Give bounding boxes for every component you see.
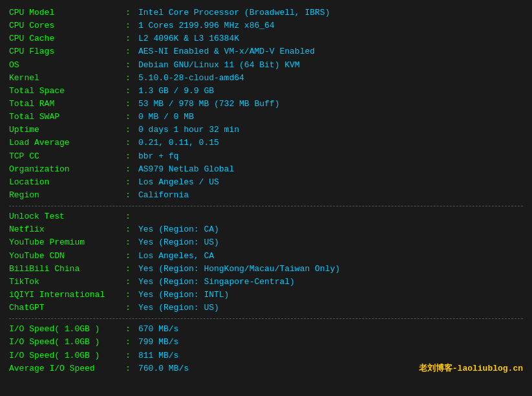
youtube-premium-row: YouTube Premium : Yes (Region: US) xyxy=(9,236,523,249)
total-swap-value: 0 MB / 0 MB xyxy=(138,111,194,124)
kernel-colon: : xyxy=(125,72,138,85)
netflix-colon: : xyxy=(125,223,138,236)
tcp-cc-label: TCP CC xyxy=(9,150,125,163)
load-average-row: Load Average : 0.21, 0.11, 0.15 xyxy=(9,137,523,149)
total-ram-label: Total RAM xyxy=(9,98,125,111)
terminal-output: CPU Model : Intel Core Processor (Broadw… xyxy=(9,6,523,375)
tcp-cc-value: bbr + fq xyxy=(138,150,178,163)
unlock-test-colon: : xyxy=(125,210,138,223)
iqiyi-row: iQIYI International : Yes (Region: INTL) xyxy=(9,289,523,302)
cpu-flags-colon: : xyxy=(125,45,138,58)
load-average-value: 0.21, 0.11, 0.15 xyxy=(138,137,219,149)
cpu-cache-label: CPU Cache xyxy=(9,32,125,45)
youtube-premium-colon: : xyxy=(125,236,138,249)
bilibili-value: Yes (Region: HongKong/Macau/Taiwan Only) xyxy=(138,263,340,276)
io-speed-3-row: I/O Speed( 1.0GB ) : 811 MB/s xyxy=(9,349,523,362)
uptime-colon: : xyxy=(125,124,138,137)
cpu-model-label: CPU Model xyxy=(9,6,125,19)
os-value: Debian GNU/Linux 11 (64 Bit) KVM xyxy=(138,59,300,72)
total-ram-row: Total RAM : 53 MB / 978 MB (732 MB Buff) xyxy=(9,98,523,111)
cpu-flags-row: CPU Flags : AES-NI Enabled & VM-x/AMD-V … xyxy=(9,45,523,58)
cpu-model-colon: : xyxy=(125,6,138,19)
cpu-model-value: Intel Core Processor (Broadwell, IBRS) xyxy=(138,6,330,19)
avg-io-speed-value: 760.0 MB/s xyxy=(138,362,189,375)
avg-io-speed-colon: : xyxy=(125,362,138,375)
organization-value: AS979 NetLab Global xyxy=(138,163,234,176)
region-row: Region : California xyxy=(9,189,523,202)
unlock-test-label: Unlock Test xyxy=(9,210,125,223)
cpu-cache-value: L2 4096K & L3 16384K xyxy=(138,32,239,45)
tiktok-label: TikTok xyxy=(9,276,125,289)
kernel-row: Kernel : 5.10.0-28-cloud-amd64 xyxy=(9,72,523,85)
uptime-label: Uptime xyxy=(9,124,125,137)
cpu-cores-label: CPU Cores xyxy=(9,19,125,32)
netflix-label: Netflix xyxy=(9,223,125,236)
total-ram-value: 53 MB / 978 MB (732 MB Buff) xyxy=(138,98,279,111)
chatgpt-label: ChatGPT xyxy=(9,302,125,314)
os-row: OS : Debian GNU/Linux 11 (64 Bit) KVM xyxy=(9,59,523,72)
cpu-cores-row: CPU Cores : 1 Cores 2199.996 MHz x86_64 xyxy=(9,19,523,32)
cpu-cores-value: 1 Cores 2199.996 MHz x86_64 xyxy=(138,19,275,32)
region-label: Region xyxy=(9,189,125,202)
bilibili-label: BiliBili China xyxy=(9,263,125,276)
kernel-label: Kernel xyxy=(9,72,125,85)
avg-io-speed-label: Average I/O Speed xyxy=(9,362,125,375)
chatgpt-row: ChatGPT : Yes (Region: US) xyxy=(9,302,523,314)
io-speed-2-colon: : xyxy=(125,336,138,349)
chatgpt-colon: : xyxy=(125,302,138,314)
os-label: OS xyxy=(9,59,125,72)
total-swap-label: Total SWAP xyxy=(9,111,125,124)
bilibili-colon: : xyxy=(125,263,138,276)
total-swap-colon: : xyxy=(125,111,138,124)
total-space-label: Total Space xyxy=(9,85,125,98)
iqiyi-label: iQIYI International xyxy=(9,289,125,302)
io-speed-2-label: I/O Speed( 1.0GB ) xyxy=(9,336,125,349)
location-colon: : xyxy=(125,176,138,189)
cpu-cache-row: CPU Cache : L2 4096K & L3 16384K xyxy=(9,32,523,45)
chatgpt-value: Yes (Region: US) xyxy=(138,302,219,314)
youtube-cdn-label: YouTube CDN xyxy=(9,250,125,263)
location-label: Location xyxy=(9,176,125,189)
youtube-cdn-value: Los Angeles, CA xyxy=(138,250,214,263)
os-colon: : xyxy=(125,59,138,72)
uptime-row: Uptime : 0 days 1 hour 32 min xyxy=(9,124,523,137)
io-speed-1-row: I/O Speed( 1.0GB ) : 670 MB/s xyxy=(9,323,523,336)
tiktok-value: Yes (Region: Singapore-Central) xyxy=(138,276,295,289)
tiktok-row: TikTok : Yes (Region: Singapore-Central) xyxy=(9,276,523,289)
avg-io-speed-row: Average I/O Speed : 760.0 MB/s 老刘博客-laol… xyxy=(9,362,523,375)
youtube-cdn-colon: : xyxy=(125,250,138,263)
io-speed-1-colon: : xyxy=(125,323,138,336)
io-speed-3-value: 811 MB/s xyxy=(138,349,178,362)
unlock-header-row: Unlock Test : xyxy=(9,210,523,223)
total-space-value: 1.3 GB / 9.9 GB xyxy=(138,85,214,98)
total-swap-row: Total SWAP : 0 MB / 0 MB xyxy=(9,111,523,124)
region-colon: : xyxy=(125,189,138,202)
organization-colon: : xyxy=(125,163,138,176)
system-section: CPU Model : Intel Core Processor (Broadw… xyxy=(9,6,523,202)
total-space-row: Total Space : 1.3 GB / 9.9 GB xyxy=(9,85,523,98)
io-speed-1-label: I/O Speed( 1.0GB ) xyxy=(9,323,125,336)
divider-2 xyxy=(9,318,523,319)
organization-label: Organization xyxy=(9,163,125,176)
io-speed-2-value: 799 MB/s xyxy=(138,336,178,349)
cpu-cache-colon: : xyxy=(125,32,138,45)
tcp-cc-colon: : xyxy=(125,150,138,163)
bilibili-row: BiliBili China : Yes (Region: HongKong/M… xyxy=(9,263,523,276)
unlock-section: Unlock Test : Netflix : Yes (Region: CA)… xyxy=(9,210,523,314)
region-value: California xyxy=(138,189,189,202)
youtube-premium-label: YouTube Premium xyxy=(9,236,125,249)
netflix-row: Netflix : Yes (Region: CA) xyxy=(9,223,523,236)
cpu-flags-value: AES-NI Enabled & VM-x/AMD-V Enabled xyxy=(138,45,315,58)
cpu-model-row: CPU Model : Intel Core Processor (Broadw… xyxy=(9,6,523,19)
location-row: Location : Los Angeles / US xyxy=(9,176,523,189)
organization-row: Organization : AS979 NetLab Global xyxy=(9,163,523,176)
total-space-colon: : xyxy=(125,85,138,98)
youtube-premium-value: Yes (Region: US) xyxy=(138,236,219,249)
kernel-value: 5.10.0-28-cloud-amd64 xyxy=(138,72,244,85)
io-speed-3-label: I/O Speed( 1.0GB ) xyxy=(9,349,125,362)
location-value: Los Angeles / US xyxy=(138,176,219,189)
load-average-label: Load Average xyxy=(9,137,125,149)
io-section: I/O Speed( 1.0GB ) : 670 MB/s I/O Speed(… xyxy=(9,323,523,375)
iqiyi-value: Yes (Region: INTL) xyxy=(138,289,229,302)
youtube-cdn-row: YouTube CDN : Los Angeles, CA xyxy=(9,250,523,263)
